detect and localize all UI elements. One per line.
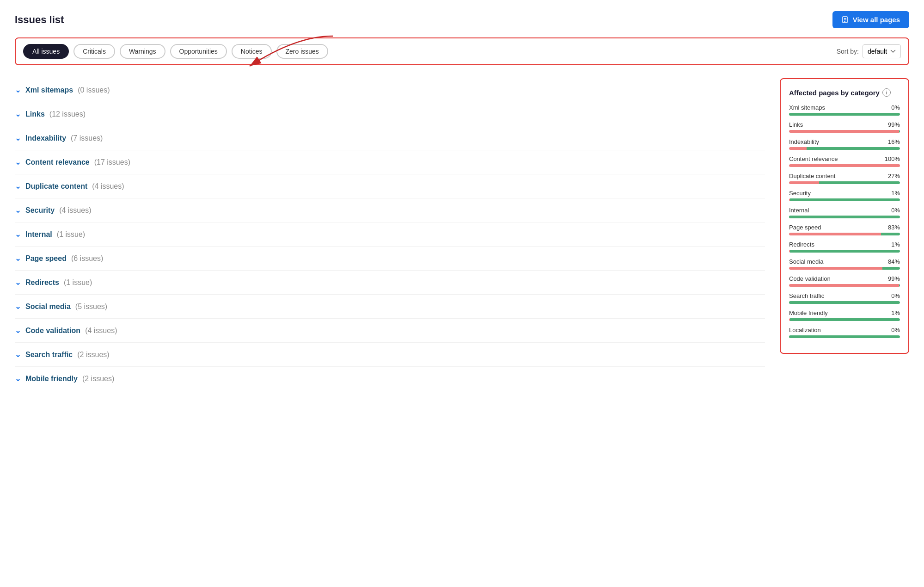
issue-item[interactable]: ⌄ Redirects (1 issue) — [15, 271, 765, 295]
sort-label: Sort by: — [837, 48, 859, 55]
category-row-header: Indexability 16% — [789, 138, 900, 145]
category-row: Duplicate content 27% — [789, 173, 900, 184]
issue-name: Links — [25, 110, 45, 118]
category-pct: 1% — [891, 309, 900, 316]
issue-count: (1 issue) — [57, 230, 85, 239]
category-row: Localization 0% — [789, 327, 900, 338]
category-name: Search traffic — [789, 292, 824, 299]
filter-tab-all[interactable]: All issues — [23, 44, 69, 59]
category-name: Page speed — [789, 224, 821, 231]
category-row: Internal 0% — [789, 207, 900, 218]
chevron-icon: ⌄ — [15, 86, 21, 94]
chevron-icon: ⌄ — [15, 302, 21, 311]
issue-item[interactable]: ⌄ Internal (1 issue) — [15, 222, 765, 247]
issue-name: Content relevance — [25, 158, 90, 167]
issue-item[interactable]: ⌄ Code validation (4 issues) — [15, 319, 765, 343]
category-name: Links — [789, 121, 803, 128]
bar-green — [819, 181, 900, 184]
filter-tab-notices[interactable]: Notices — [232, 44, 272, 59]
issue-count: (17 issues) — [94, 158, 130, 167]
issues-list: ⌄ Xml sitemaps (0 issues) ⌄ Links (12 is… — [15, 78, 765, 390]
category-row-header: Mobile friendly 1% — [789, 309, 900, 316]
bar-red — [789, 147, 807, 150]
chevron-icon: ⌄ — [15, 158, 21, 167]
issue-item[interactable]: ⌄ Social media (5 issues) — [15, 295, 765, 319]
bar-green — [789, 301, 900, 304]
bar-green — [789, 113, 900, 116]
bar-green — [899, 130, 900, 133]
sidebar-panel: Affected pages by category i Xml sitemap… — [780, 78, 909, 354]
category-pct: 0% — [891, 104, 900, 111]
bar-red — [789, 267, 882, 270]
category-row-header: Xml sitemaps 0% — [789, 104, 900, 111]
issue-item[interactable]: ⌄ Search traffic (2 issues) — [15, 343, 765, 367]
issue-name: Duplicate content — [25, 182, 87, 191]
filter-tab-opportunities[interactable]: Opportunities — [170, 44, 227, 59]
chevron-icon: ⌄ — [15, 278, 21, 287]
category-row-header: Code validation 99% — [789, 275, 900, 282]
chevron-icon: ⌄ — [15, 254, 21, 263]
category-row: Content relevance 100% — [789, 155, 900, 167]
category-name: Internal — [789, 207, 809, 214]
category-row-header: Duplicate content 27% — [789, 173, 900, 179]
category-row-header: Localization 0% — [789, 327, 900, 334]
category-bar — [789, 216, 900, 218]
sort-select[interactable]: default — [863, 44, 901, 58]
bar-green — [882, 267, 900, 270]
filter-bar: All issuesCriticalsWarningsOpportunities… — [15, 37, 909, 65]
page-header: Issues list View all pages — [15, 11, 909, 28]
issue-item[interactable]: ⌄ Mobile friendly (2 issues) — [15, 367, 765, 390]
bar-red — [789, 233, 881, 235]
issue-name: Indexability — [25, 134, 66, 142]
issue-item[interactable]: ⌄ Duplicate content (4 issues) — [15, 174, 765, 198]
category-name: Redirects — [789, 241, 814, 248]
issue-name: Social media — [25, 303, 71, 311]
chevron-icon: ⌄ — [15, 182, 21, 191]
issue-item[interactable]: ⌄ Xml sitemaps (0 issues) — [15, 78, 765, 102]
issue-count: (12 issues) — [49, 110, 86, 118]
bar-green — [807, 147, 900, 150]
issue-item[interactable]: ⌄ Links (12 issues) — [15, 102, 765, 126]
category-name: Code validation — [789, 275, 831, 282]
category-name: Duplicate content — [789, 173, 835, 179]
bar-red — [789, 164, 900, 167]
issue-name: Search traffic — [25, 351, 73, 359]
category-pct: 100% — [885, 155, 900, 162]
issue-item[interactable]: ⌄ Security (4 issues) — [15, 198, 765, 222]
category-row-header: Content relevance 100% — [789, 155, 900, 162]
category-pct: 84% — [888, 258, 900, 265]
category-bar — [789, 198, 900, 201]
category-row: Security 1% — [789, 190, 900, 201]
sidebar-title-text: Affected pages by category — [789, 89, 880, 97]
filter-tab-zero[interactable]: Zero issues — [276, 44, 328, 59]
filter-tab-criticals[interactable]: Criticals — [73, 44, 115, 59]
category-name: Indexability — [789, 138, 819, 145]
category-row-header: Redirects 1% — [789, 241, 900, 248]
category-pct: 83% — [888, 224, 900, 231]
info-icon[interactable]: i — [882, 88, 891, 97]
chevron-icon: ⌄ — [15, 134, 21, 142]
category-name: Security — [789, 190, 811, 197]
category-bar — [789, 284, 900, 287]
category-row: Indexability 16% — [789, 138, 900, 150]
category-pct: 16% — [888, 138, 900, 145]
category-bar — [789, 130, 900, 133]
page-title: Issues list — [15, 14, 64, 26]
view-all-label: View all pages — [853, 16, 900, 24]
category-row-header: Social media 84% — [789, 258, 900, 265]
category-name: Localization — [789, 327, 821, 334]
category-name: Social media — [789, 258, 823, 265]
category-bar — [789, 250, 900, 253]
issue-item[interactable]: ⌄ Indexability (7 issues) — [15, 126, 765, 150]
category-row: Links 99% — [789, 121, 900, 133]
filter-tab-warnings[interactable]: Warnings — [120, 44, 165, 59]
view-all-pages-button[interactable]: View all pages — [832, 11, 909, 28]
filter-tabs: All issuesCriticalsWarningsOpportunities… — [23, 44, 328, 59]
bar-green — [789, 216, 900, 218]
bar-green — [790, 318, 900, 321]
issue-item[interactable]: ⌄ Content relevance (17 issues) — [15, 150, 765, 174]
category-row: Redirects 1% — [789, 241, 900, 253]
category-row-header: Internal 0% — [789, 207, 900, 214]
bar-red — [789, 284, 899, 287]
issue-item[interactable]: ⌄ Page speed (6 issues) — [15, 247, 765, 271]
